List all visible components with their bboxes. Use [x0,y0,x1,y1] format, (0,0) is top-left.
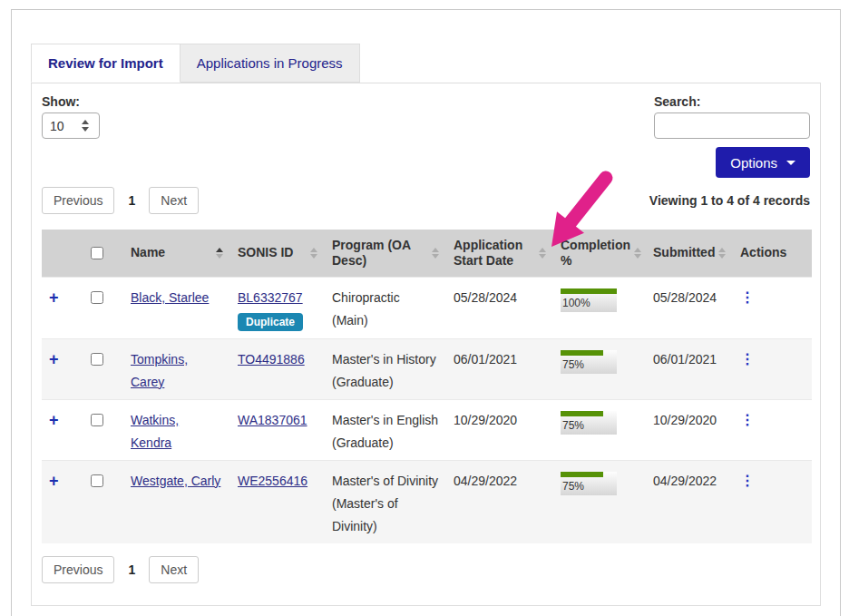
show-selected-value: 10 [50,119,64,133]
row-actions-menu-icon[interactable]: ⋮ [740,351,755,367]
next-button[interactable]: Next [149,556,199,583]
header-application-start-date[interactable]: Application Start Date [446,230,553,277]
sort-icon-completion [634,248,641,259]
options-button-label: Options [730,155,777,171]
search-control: Search: [654,94,810,139]
show-control: Show: 10 [42,94,100,139]
main-container: Review for Import Applications in Progre… [11,9,841,616]
submitted-date-text: 05/28/2024 [653,290,717,305]
show-label: Show: [42,94,100,109]
completion-percent-label: 75% [561,416,617,435]
table-row: + Tompkins, Carey TO4491886 Master's in … [42,338,812,399]
tab-label: Review for Import [48,55,163,71]
sort-icon-name [216,248,223,259]
next-button[interactable]: Next [149,187,199,214]
previous-button[interactable]: Previous [42,556,114,583]
header-select-all [83,230,123,277]
search-label: Search: [654,94,810,109]
completion-percent-label: 75% [561,477,617,495]
options-row: Options [42,147,810,178]
header-completion[interactable]: Completion % [553,230,646,277]
select-all-checkbox[interactable] [91,247,103,259]
table-header-row: Name SONIS ID Program (OA Desc) [42,230,812,277]
tab-label: Applications in Progress [197,55,343,71]
start-date-text: 04/29/2022 [454,474,517,488]
program-text: Master's of Divinity (Master's of Divini… [332,474,438,533]
table-row: + Watkins, Kendra WA1837061 Master's in … [42,399,812,460]
bottom-pager: Previous 1 Next [42,556,199,583]
tab-applications-in-progress[interactable]: Applications in Progress [181,44,360,83]
start-date-text: 10/29/2020 [454,413,517,427]
show-page-size-select[interactable]: 10 [42,112,100,139]
tab-panel: Show: 10 Search: Options Previo [31,83,821,606]
completion-percent-label: 75% [561,356,617,374]
table-row: + Black, Starlee BL6332767 Duplicate Chi… [42,277,812,338]
applicant-name-link[interactable]: Watkins, Kendra [131,413,179,450]
program-text: Master's in English (Graduate) [332,413,438,450]
completion-progress: 100% [561,288,617,312]
row-checkbox[interactable] [91,291,103,304]
start-date-text: 06/01/2021 [454,352,517,367]
applicant-name-link[interactable]: Black, Starlee [131,290,209,305]
current-page-number: 1 [128,562,135,577]
bottom-pagination-row: Previous 1 Next [42,556,810,583]
expand-row-icon[interactable]: + [49,411,59,429]
header-submitted[interactable]: Submitted [646,230,733,277]
previous-button[interactable]: Previous [42,187,114,214]
expand-row-icon[interactable]: + [49,288,59,307]
program-text: Chiropractic (Main) [332,290,400,328]
row-checkbox[interactable] [91,414,103,426]
row-checkbox[interactable] [91,353,103,366]
completion-progress: 75% [561,472,617,495]
viewing-records-status: Viewing 1 to 4 of 4 records [649,193,810,208]
expand-row-icon[interactable]: + [49,350,59,368]
completion-percent-label: 100% [561,294,617,312]
sonis-id-link[interactable]: WA1837061 [238,413,307,427]
completion-progress: 75% [561,411,617,435]
sort-icon-submitted [718,248,726,259]
row-checkbox[interactable] [91,474,103,487]
sort-icon-sonis-id [310,248,317,259]
submitted-date-text: 06/01/2021 [653,352,717,367]
tab-bar: Review for Import Applications in Progre… [31,44,840,83]
header-sonis-id[interactable]: SONIS ID [230,230,325,277]
controls-row: Show: 10 Search: [42,94,810,139]
sonis-id-link[interactable]: WE2556416 [238,474,307,488]
submitted-date-text: 04/29/2022 [653,474,717,488]
options-button[interactable]: Options [716,147,810,178]
start-date-text: 05/28/2024 [454,290,517,305]
header-actions: Actions [733,230,812,277]
current-page-number: 1 [128,193,135,208]
row-actions-menu-icon[interactable]: ⋮ [740,289,755,305]
chevron-down-icon [786,161,795,165]
duplicate-badge: Duplicate [238,313,303,331]
top-pager: Previous 1 Next [42,187,199,214]
expand-row-icon[interactable]: + [49,472,59,490]
select-stepper-icon [82,120,89,132]
sort-icon-application-start-date [539,248,546,259]
sort-icon-program [432,248,439,259]
table-row: + Westgate, Carly WE2556416 Master's of … [42,460,812,543]
search-input[interactable] [654,112,810,139]
sonis-id-link[interactable]: BL6332767 [238,290,303,305]
row-actions-menu-icon[interactable]: ⋮ [740,412,755,427]
header-program[interactable]: Program (OA Desc) [325,230,446,277]
submitted-date-text: 10/29/2020 [653,413,717,427]
applications-table: Name SONIS ID Program (OA Desc) [42,230,812,543]
tab-review-for-import[interactable]: Review for Import [31,44,181,83]
applicant-name-link[interactable]: Westgate, Carly [131,474,220,488]
row-actions-menu-icon[interactable]: ⋮ [740,473,755,488]
top-pagination-row: Previous 1 Next Viewing 1 to 4 of 4 reco… [42,187,810,214]
header-expand-column [42,230,83,277]
header-name[interactable]: Name [123,230,230,277]
sonis-id-link[interactable]: TO4491886 [238,352,305,367]
program-text: Master's in History (Graduate) [332,352,436,389]
completion-progress: 75% [561,350,617,374]
applicant-name-link[interactable]: Tompkins, Carey [131,352,188,389]
